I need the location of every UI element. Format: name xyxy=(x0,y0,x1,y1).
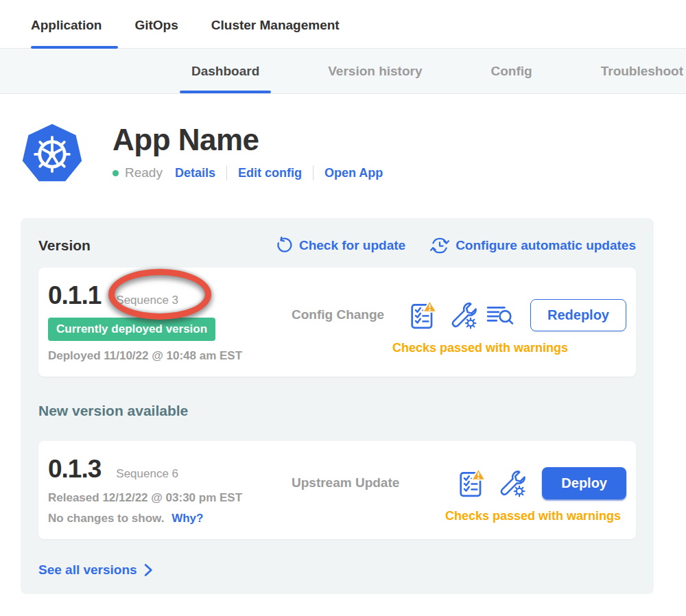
scheduled-update-clock-icon xyxy=(430,236,449,255)
wrench-gear-icon[interactable] xyxy=(448,300,477,329)
tab-version-history[interactable]: Version history xyxy=(328,49,422,93)
deploy-button[interactable]: Deploy xyxy=(542,467,626,499)
divider xyxy=(313,165,314,180)
tab-config[interactable]: Config xyxy=(491,49,532,93)
tab-troubleshoot[interactable]: Troubleshoot xyxy=(601,49,683,93)
available-version-card: 0.1.3 Sequence 6 Released 12/12/22 @ 03:… xyxy=(38,441,636,539)
why-link[interactable]: Why? xyxy=(172,512,203,525)
see-all-versions-link[interactable]: See all versions xyxy=(38,562,153,578)
version-section-title: Version xyxy=(38,237,91,254)
nav-gitops[interactable]: GitOps xyxy=(134,18,178,48)
details-link[interactable]: Details xyxy=(175,166,215,180)
app-tab-bar: Dashboard Version history Config Trouble… xyxy=(0,49,686,94)
current-version-number: 0.1.1 xyxy=(48,281,101,309)
nav-cluster-management[interactable]: Cluster Management xyxy=(211,18,340,48)
preflight-checks-status: Checks passed with warnings xyxy=(392,341,568,355)
page-title: App Name xyxy=(113,123,383,157)
preflight-checks-status: Checks passed with warnings xyxy=(445,509,621,523)
current-version-sequence: Sequence 3 xyxy=(116,294,178,307)
deployed-timestamp: Deployed 11/10/22 @ 10:48 am EST xyxy=(48,349,292,363)
nav-application[interactable]: Application xyxy=(31,18,102,48)
admin-console-page: Application GitOps Cluster Management Da… xyxy=(0,0,686,616)
edit-config-link[interactable]: Edit config xyxy=(238,166,302,180)
app-status: Ready xyxy=(125,165,163,180)
divider xyxy=(226,165,227,180)
currently-deployed-badge: Currently deployed version xyxy=(48,318,215,341)
wrench-gear-icon[interactable] xyxy=(497,469,525,497)
check-for-update-link[interactable]: Check for update xyxy=(274,237,405,255)
new-version-available-heading: New version available xyxy=(38,403,636,419)
redeploy-button[interactable]: Redeploy xyxy=(530,299,626,331)
open-app-link[interactable]: Open App xyxy=(324,166,383,180)
release-type-label: Upstream Update xyxy=(292,475,399,490)
primary-nav: Application GitOps Cluster Management xyxy=(0,0,686,49)
view-diff-magnifier-icon[interactable] xyxy=(486,303,514,327)
kubernetes-logo-icon xyxy=(19,120,85,186)
tab-dashboard[interactable]: Dashboard xyxy=(191,49,259,93)
preflight-checklist-warning-icon[interactable] xyxy=(458,468,487,498)
available-version-number: 0.1.3 xyxy=(48,455,101,483)
current-version-card: 0.1.1 Sequence 3 Currently deployed vers… xyxy=(38,268,636,377)
configure-automatic-updates-link[interactable]: Configure automatic updates xyxy=(430,236,636,255)
available-version-sequence: Sequence 6 xyxy=(116,467,178,481)
no-changes-text: No changes to show. xyxy=(48,512,164,525)
release-type-label: Config Change xyxy=(292,307,384,322)
preflight-checklist-warning-icon[interactable] xyxy=(410,300,438,330)
chevron-right-icon xyxy=(144,563,153,577)
app-header: App Name Ready Details Edit config Open … xyxy=(19,120,686,186)
version-section: Version Check for update xyxy=(21,218,654,594)
ready-status-dot-icon xyxy=(113,170,119,176)
released-timestamp: Released 12/12/22 @ 03:30 pm EST xyxy=(48,491,292,505)
refresh-icon xyxy=(274,237,293,255)
